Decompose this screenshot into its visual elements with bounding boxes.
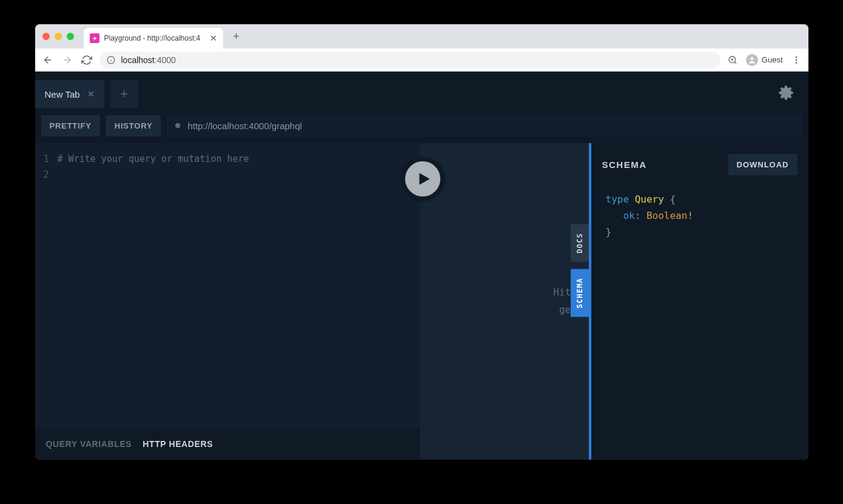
- result-pane: Hit t get DOCS SCHEMA: [420, 143, 589, 460]
- chrome-toolbar: localhost:4000 Guest: [35, 49, 808, 72]
- schema-panel-title: SCHEMA: [602, 160, 647, 170]
- playground-tab-bar: New Tab ✕ +: [35, 72, 808, 108]
- endpoint-url-text: http://localhost:4000/graphql: [187, 121, 301, 131]
- svg-point-9: [795, 59, 797, 61]
- browser-window: ✦ Playground - http://localhost:4 ✕ + lo…: [35, 24, 808, 460]
- http-headers-tab[interactable]: HTTP HEADERS: [143, 439, 213, 449]
- svg-point-7: [750, 57, 753, 60]
- line-gutter: 1 2: [44, 152, 49, 420]
- playground-tab[interactable]: New Tab ✕: [35, 80, 104, 108]
- address-text: localhost:4000: [121, 55, 176, 65]
- play-icon: [416, 171, 432, 187]
- execute-button[interactable]: [400, 156, 445, 201]
- svg-point-10: [795, 62, 797, 64]
- back-button[interactable]: [42, 55, 53, 66]
- minimize-window-button[interactable]: [55, 33, 62, 40]
- chrome-tab-strip: ✦ Playground - http://localhost:4 ✕ +: [35, 24, 808, 49]
- new-browser-tab-button[interactable]: +: [228, 28, 245, 45]
- download-button[interactable]: DOWNLOAD: [728, 154, 798, 175]
- zoom-icon[interactable]: [728, 55, 737, 65]
- svg-line-4: [734, 62, 736, 64]
- svg-point-8: [795, 56, 797, 58]
- profile-button[interactable]: Guest: [746, 54, 783, 66]
- forward-button[interactable]: [62, 55, 73, 66]
- maximize-window-button[interactable]: [67, 33, 74, 40]
- settings-button[interactable]: [778, 85, 800, 103]
- graphql-playground: New Tab ✕ + PRETTIFY HISTORY http://loca…: [35, 72, 808, 460]
- docs-tab[interactable]: DOCS: [571, 224, 589, 262]
- side-tabs: DOCS SCHEMA: [571, 224, 589, 317]
- query-variables-tab[interactable]: QUERY VARIABLES: [46, 439, 132, 449]
- endpoint-input[interactable]: http://localhost:4000/graphql: [167, 114, 802, 137]
- schema-content: type Query { ok: Boolean! }: [591, 186, 808, 246]
- schema-tab[interactable]: SCHEMA: [571, 269, 589, 317]
- status-dot-icon: [175, 123, 180, 128]
- favicon-icon: ✦: [90, 33, 99, 43]
- history-button[interactable]: HISTORY: [106, 115, 161, 136]
- playground-main: 1 2 # Write your query or mutation here …: [35, 143, 808, 460]
- chrome-menu-button[interactable]: [791, 55, 801, 65]
- playground-toolbar: PRETTIFY HISTORY http://localhost:4000/g…: [35, 108, 808, 143]
- prettify-button[interactable]: PRETTIFY: [41, 115, 100, 136]
- browser-tab-title: Playground - http://localhost:4: [104, 34, 205, 42]
- schema-panel-header: SCHEMA DOWNLOAD: [591, 143, 808, 186]
- editor-bottom-tabs: QUERY VARIABLES HTTP HEADERS: [35, 428, 420, 460]
- new-playground-tab-button[interactable]: +: [110, 80, 138, 108]
- close-tab-button[interactable]: ✕: [210, 33, 217, 43]
- schema-panel: SCHEMA DOWNLOAD type Query { ok:: [589, 143, 808, 460]
- profile-label: Guest: [762, 55, 783, 64]
- window-controls: [42, 33, 74, 40]
- editor-content: # Write your query or mutation here: [58, 152, 249, 420]
- avatar-icon: [746, 54, 758, 66]
- close-window-button[interactable]: [42, 33, 50, 40]
- playground-tab-label: New Tab: [45, 89, 80, 99]
- reload-button[interactable]: [81, 55, 92, 66]
- close-playground-tab-button[interactable]: ✕: [87, 89, 95, 99]
- browser-tab[interactable]: ✦ Playground - http://localhost:4 ✕: [84, 28, 223, 49]
- gear-icon: [778, 85, 794, 101]
- info-icon: [107, 56, 115, 64]
- query-editor[interactable]: 1 2 # Write your query or mutation here: [35, 143, 420, 428]
- query-editor-pane: 1 2 # Write your query or mutation here …: [35, 143, 420, 460]
- address-bar[interactable]: localhost:4000: [99, 52, 720, 69]
